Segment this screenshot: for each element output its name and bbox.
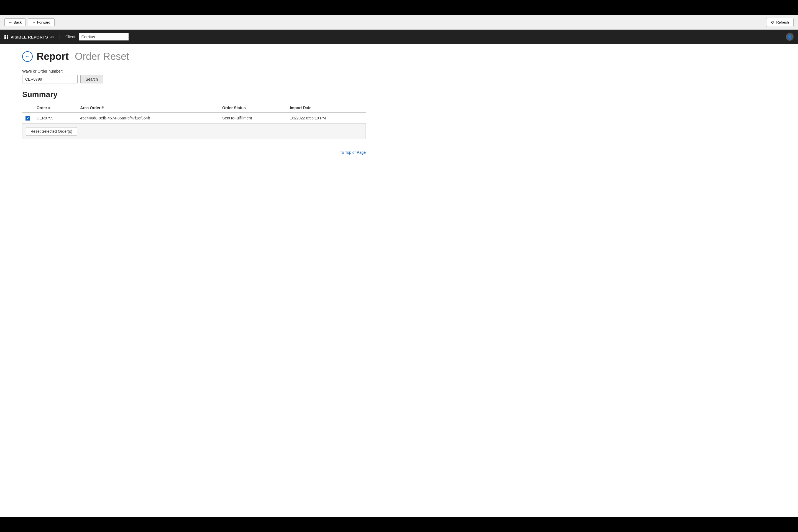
header-right: 👤: [786, 33, 794, 41]
refresh-label: Refresh: [776, 20, 789, 24]
search-label: Wave or Order number:: [22, 69, 366, 73]
col-header-status: Order Status: [219, 103, 286, 113]
app-logo: VISIBLE REPORTS 3.0: [4, 35, 60, 39]
table-header: Order # Arca Order # Order Status Import…: [22, 103, 366, 113]
row-select-cell: [22, 113, 33, 123]
search-button[interactable]: Search: [80, 75, 103, 83]
main-content: ← Report Order Reset Wave or Order numbe…: [0, 44, 388, 161]
back-button[interactable]: Back: [4, 18, 26, 26]
col-header-select: [22, 103, 33, 113]
table-header-row: Order # Arca Order # Order Status Import…: [22, 103, 366, 113]
page-title-sub: Order Reset: [75, 51, 129, 62]
row-import-date: 1/3/2022 6:55:10 PM: [286, 113, 366, 123]
search-section: Wave or Order number: Search: [22, 69, 366, 83]
back-arrow-icon: [8, 20, 12, 24]
col-header-date: Import Date: [286, 103, 366, 113]
page-title-row: ← Report Order Reset: [22, 51, 366, 62]
client-section: Client: [60, 33, 129, 40]
app-logo-text: VISIBLE REPORTS: [11, 35, 48, 39]
search-row: Search: [22, 75, 366, 83]
forward-arrow-icon: [32, 20, 36, 24]
table-row: CER8799 45e446d8-8efb-4574-86a8-5f47f1ef…: [22, 113, 366, 123]
refresh-icon: [771, 20, 775, 25]
forward-button[interactable]: Forward: [28, 18, 55, 26]
refresh-button[interactable]: Refresh: [766, 18, 794, 27]
row-order-number: CER8799: [33, 113, 77, 123]
back-label: Back: [14, 20, 22, 24]
back-circle-button[interactable]: ←: [22, 51, 33, 62]
top-black-bar: [0, 0, 798, 15]
app-version: 3.0: [50, 36, 54, 39]
summary-table: Order # Arca Order # Order Status Import…: [22, 103, 366, 124]
col-header-arca: Arca Order #: [77, 103, 219, 113]
grid-icon: [4, 35, 8, 39]
client-label: Client: [65, 35, 75, 39]
app-header: VISIBLE REPORTS 3.0 Client 👤: [0, 30, 798, 44]
forward-label: Forward: [37, 20, 51, 24]
action-row: Reset Selected Order(s): [22, 124, 366, 139]
row-order-status: SentToFulfillment: [219, 113, 286, 123]
page-title-main: Report: [37, 51, 69, 62]
user-icon[interactable]: 👤: [786, 33, 794, 41]
row-checkbox[interactable]: [25, 116, 30, 120]
client-input[interactable]: [79, 33, 129, 40]
row-arca-order-number: 45e446d8-8efb-4574-86a8-5f47f1ef354b: [77, 113, 219, 123]
table-body: CER8799 45e446d8-8efb-4574-86a8-5f47f1ef…: [22, 113, 366, 123]
to-top-link[interactable]: To Top of Page: [22, 150, 366, 155]
browser-toolbar: Back Forward Refresh: [0, 15, 798, 30]
search-input[interactable]: [22, 75, 78, 83]
reset-button[interactable]: Reset Selected Order(s): [26, 127, 77, 135]
col-header-order: Order #: [33, 103, 77, 113]
summary-heading: Summary: [22, 90, 366, 99]
nav-buttons: Back Forward: [4, 18, 55, 26]
